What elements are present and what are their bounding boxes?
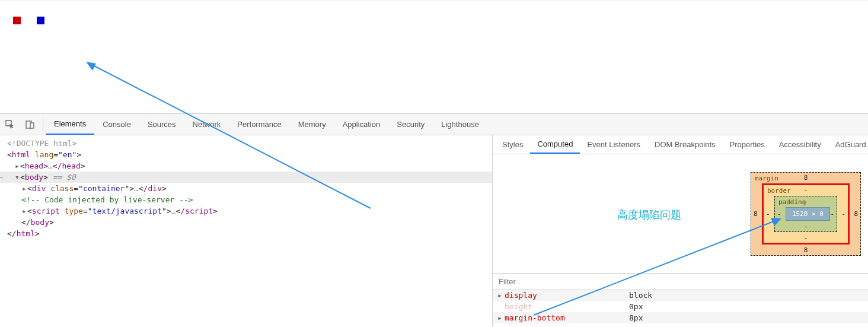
- content-size: 1520 × 0: [786, 207, 830, 221]
- filter-bar: [493, 273, 868, 290]
- devtools: ElementsConsoleSourcesNetworkPerformance…: [0, 113, 868, 327]
- side-tab-styles[interactable]: Styles: [495, 135, 530, 154]
- inspect-element-icon[interactable]: [0, 114, 20, 135]
- prop-value: 8px: [629, 313, 643, 322]
- expand-icon[interactable]: ▸: [497, 291, 505, 300]
- annotation-text: 高度塌陷问题: [617, 208, 681, 222]
- dom-comment[interactable]: <!-- Code injected by live-server -->: [21, 195, 193, 204]
- box-model-area: 高度塌陷问题 margin 8 8 8 8 border -: [493, 154, 868, 273]
- computed-prop[interactable]: height0px: [493, 301, 868, 312]
- dom-html-tag[interactable]: html: [12, 150, 30, 159]
- side-tab-properties[interactable]: Properties: [723, 135, 772, 154]
- filter-input[interactable]: [497, 277, 863, 287]
- prop-name: display: [505, 291, 629, 300]
- expand-icon[interactable]: ▸: [14, 160, 20, 172]
- tab-network[interactable]: Network: [184, 114, 229, 135]
- elements-panel[interactable]: <!DOCTYPE html> <html lang="en"> ▸<head>…: [0, 135, 492, 327]
- expand-icon[interactable]: ▸: [21, 205, 27, 217]
- toolbar-separator: [43, 118, 43, 131]
- side-tab-accessibility[interactable]: Accessibility: [772, 135, 828, 154]
- prop-value: block: [629, 291, 652, 300]
- prop-value: 0px: [629, 302, 643, 311]
- tab-sources[interactable]: Sources: [139, 114, 184, 135]
- toolbar-tabs: ElementsConsoleSourcesNetworkPerformance…: [46, 114, 487, 135]
- selected-marker: ⋯: [0, 172, 4, 183]
- prop-name: height: [505, 302, 629, 311]
- expand-icon[interactable]: ▸: [21, 183, 27, 194]
- side-tabs: StylesComputedEvent ListenersDOM Breakpo…: [493, 135, 868, 154]
- dom-body-selected[interactable]: ⋯ ▾<body> == $0: [0, 172, 492, 183]
- dom-doctype[interactable]: <!DOCTYPE html>: [7, 139, 76, 148]
- computed-prop[interactable]: ▸margin-bottom8px: [493, 312, 868, 323]
- side-tab-event-listeners[interactable]: Event Listeners: [580, 135, 647, 154]
- border-label: border: [767, 187, 791, 195]
- computed-prop[interactable]: ▸displayblock: [493, 290, 868, 301]
- tab-application[interactable]: Application: [334, 114, 389, 135]
- devtools-toolbar: ElementsConsoleSourcesNetworkPerformance…: [0, 114, 868, 135]
- side-panel: StylesComputedEvent ListenersDOM Breakpo…: [492, 135, 868, 327]
- blue-square: [37, 17, 44, 24]
- tab-elements[interactable]: Elements: [46, 114, 94, 135]
- margin-label: margin: [755, 174, 778, 182]
- svg-rect-1: [30, 123, 34, 128]
- expand-icon[interactable]: ▸: [497, 313, 505, 322]
- box-model[interactable]: margin 8 8 8 8 border - - - -: [751, 172, 861, 256]
- tab-lighthouse[interactable]: Lighthouse: [433, 114, 487, 135]
- tab-performance[interactable]: Performance: [229, 114, 289, 135]
- prop-name: margin-bottom: [505, 313, 629, 322]
- rendered-page: [0, 1, 868, 113]
- tab-console[interactable]: Console: [94, 114, 139, 135]
- tab-memory[interactable]: Memory: [290, 114, 334, 135]
- padding-label: padding: [778, 198, 806, 206]
- tab-security[interactable]: Security: [388, 114, 433, 135]
- side-tab-computed[interactable]: Computed: [530, 135, 580, 154]
- side-tab-adguard[interactable]: AdGuard: [828, 135, 868, 154]
- expand-icon: [497, 302, 505, 311]
- collapse-icon[interactable]: ▾: [14, 172, 20, 183]
- device-toolbar-icon[interactable]: [20, 114, 40, 135]
- red-square: [13, 17, 21, 24]
- computed-properties[interactable]: ▸displayblockheight0px▸margin-bottom8px: [493, 290, 868, 323]
- side-tab-dom-breakpoints[interactable]: DOM Breakpoints: [647, 135, 723, 154]
